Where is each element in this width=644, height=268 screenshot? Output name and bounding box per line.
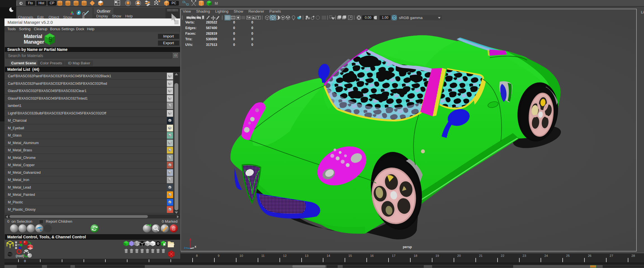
svg-text:M: M [215, 1, 218, 6]
svg-text:x: x [195, 245, 196, 248]
svg-text::(root): :(root) [15, 254, 24, 258]
svg-text:5: 5 [48, 36, 52, 43]
svg-text:z: z [184, 246, 186, 249]
